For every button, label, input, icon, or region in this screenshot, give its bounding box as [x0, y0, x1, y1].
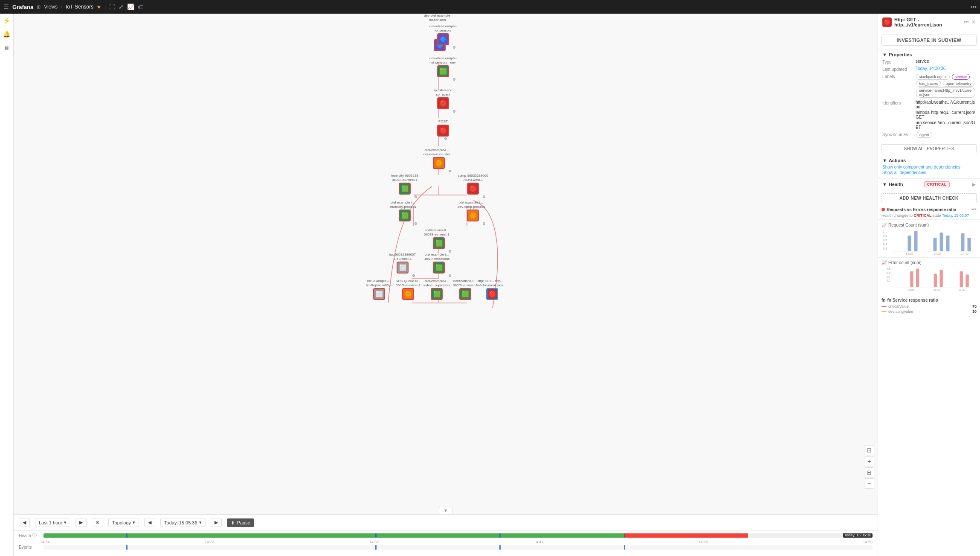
chevron-icon: ▼ [882, 52, 887, 57]
filter-icon[interactable]: ⚡ [3, 17, 10, 24]
add-health-check-btn[interactable]: ADD NEW HEALTH CHECK [881, 193, 977, 203]
prop-updated-val[interactable]: Today, 14:30:36 [916, 66, 976, 71]
left-sidebar: ⚡ 🔔 🖥 [0, 14, 14, 556]
current-time-selector[interactable]: Today, 15:05:36 ▾ [160, 518, 205, 527]
more-icon[interactable]: ••• [971, 4, 977, 10]
svg-text:14:28: 14:28 [934, 252, 941, 255]
svg-rect-25 [946, 236, 950, 251]
svg-text:0.6: 0.6 [887, 271, 890, 274]
topology-canvas[interactable]: dev-otel-example-iot-sensors 🔷 dev-otel-… [14, 14, 878, 514]
nav-views[interactable]: Views [44, 4, 58, 10]
zoom-btn-bottom[interactable]: ⊙ [92, 518, 103, 527]
panel-header-icons: ••• ✕ [963, 19, 976, 25]
service-ratio-section: fn fn Service response ratio criticalVal… [878, 295, 980, 317]
prop-sync-val: Agent [916, 132, 932, 138]
prev-time-btn[interactable]: ◀ [144, 518, 155, 527]
node-temp-process[interactable]: otel-example-i...-dev-temp-process 🟠 [467, 201, 501, 221]
svg-rect-41 [966, 274, 968, 287]
node-humidity-process[interactable]: otel-example-i...-humidity-process 🟩 [399, 201, 433, 221]
right-panel-title: 🔴 Http: GET - http.../v1/current.json [882, 17, 963, 27]
star-icon[interactable]: ★ [97, 4, 101, 10]
investigate-btn[interactable]: INVESTIGATE IN SUBVIEW [881, 35, 977, 46]
actions-section-header[interactable]: ▼ Actions [882, 158, 976, 163]
pause-icon: ⏸ [231, 520, 235, 525]
grid-nav-icon[interactable]: ⊞ [37, 4, 41, 10]
canvas-area: 📌 ⚡ ⚡ ⬡ ☰ [14, 14, 878, 556]
main-layout: ⚡ 🔔 🖥 📌 ⚡ ⚡ ⬡ ☰ [0, 14, 980, 556]
bell-icon[interactable]: 🔔 [3, 31, 10, 38]
properties-section-header[interactable]: ▼ Properties [882, 52, 976, 57]
svg-text:14:05: 14:05 [908, 288, 915, 291]
tag-service-name: service-name:Http_.m/v1/current.json [916, 87, 975, 98]
zoom-out-btn[interactable]: − [864, 478, 874, 489]
node-notifications[interactable]: notifications-9...06078-eu-west-1 🟩 [433, 228, 467, 249]
tag-icon[interactable]: 🏷 [138, 3, 144, 10]
zoom-fit-btn[interactable]: ⊡ [864, 445, 874, 455]
svg-rect-38 [934, 274, 937, 287]
expand-icon[interactable]: ⤢ [119, 3, 124, 10]
identifier-3: urn:service:/am...current.json/GET [916, 120, 976, 130]
error-count-container: 0.8 0.6 0.4 0.2 14:05 14:28 14 [881, 267, 977, 292]
health-changed-time[interactable]: Today, 15:03:07 [942, 213, 969, 218]
right-panel-header: 🔴 Http: GET - http.../v1/current.json ••… [878, 14, 980, 31]
next-btn[interactable]: ▶ [75, 518, 87, 527]
expand-health-icon[interactable]: ▶ [972, 182, 976, 187]
error-count-chart: 📈 Error count (sum) 0.8 0.6 0.4 0.2 [878, 257, 980, 295]
zoom-fit2-btn[interactable]: ⊟ [864, 467, 874, 477]
prev-btn[interactable]: ◀ [19, 518, 30, 527]
properties-section: ▼ Properties Type service Last updated T… [878, 49, 980, 143]
time-range-label: Last 1 hour [39, 520, 62, 525]
chevron-down[interactable]: ▼ [439, 507, 452, 514]
health-check-item: Requests vs Errors response ratio ••• He… [878, 205, 980, 220]
show-all-deps-link[interactable]: Show all dependencies [882, 170, 976, 175]
svg-text:14:47: 14:47 [959, 288, 966, 291]
prop-labels-val: stackpack.agent service has_traces open-… [916, 73, 976, 98]
health-section-header[interactable]: ▼ Health CRITICAL ▶ [882, 181, 976, 187]
svg-rect-40 [960, 271, 963, 287]
critical-value: 70 [972, 304, 977, 309]
prop-identifiers-val: http://api.weathe.../v1/current.json lam… [916, 100, 976, 130]
events-timeline-bar[interactable] [43, 545, 873, 550]
health-check-more-icon[interactable]: ••• [971, 207, 977, 213]
nav-current-view[interactable]: IoT-Sensors [66, 4, 93, 10]
svg-text:0.8: 0.8 [887, 267, 890, 270]
svg-rect-39 [939, 270, 942, 287]
node-publish-sensor[interactable]: /publish-sonsor-event 🔴 [437, 88, 471, 109]
node-http-get-selected[interactable]: Http: GET - http...m/v1/current.json 🔴 [486, 279, 520, 300]
next-time-btn[interactable]: ▶ [211, 518, 222, 527]
topology-btn[interactable]: Topology ▾ [108, 518, 139, 527]
show-all-properties-btn[interactable]: SHOW ALL PROPERTIES [881, 144, 977, 153]
chevron-down-icon2: ▾ [133, 520, 135, 525]
svg-text:14:28: 14:28 [933, 288, 940, 291]
structure-icon[interactable]: ⛶ [109, 3, 115, 10]
health-timeline-bar[interactable]: Today, 15:05:36 [43, 533, 873, 538]
chevron-down-icon: ▾ [64, 520, 67, 525]
time-range-selector[interactable]: Last 1 hour ▾ [35, 518, 70, 527]
chevron-down-icon3: ▾ [199, 520, 202, 525]
chevron-health-icon: ▼ [882, 182, 887, 187]
node-dev-notifications[interactable]: otel example-i...-dev-notifications 🟩 [433, 253, 467, 274]
node-comp[interactable]: comp-9653323806078-eu-west-1 🔴 [467, 174, 501, 195]
monitor-icon[interactable]: 🖥 [4, 44, 10, 51]
hamburger-icon[interactable]: ☰ [3, 3, 9, 10]
panel-icon-badge: 🔴 [882, 17, 892, 27]
status-dot-red [881, 208, 885, 211]
nav-sep: / [61, 4, 62, 10]
more-options-icon[interactable]: ••• [963, 19, 969, 25]
bottom-bar: ◀ Last 1 hour ▾ ▶ ⊙ Topology ▾ ◀ Today, … [14, 514, 878, 530]
pause-btn[interactable]: ⏸ Pause [227, 518, 254, 527]
chart-icon[interactable]: 📈 [127, 3, 134, 10]
close-icon[interactable]: ✕ [971, 19, 976, 25]
properties-section-title: ▼ Properties [882, 52, 912, 57]
node-humidity[interactable]: humidity-965323806078-eu-west-1 🟩 [399, 174, 433, 195]
tag-has-traces: has_traces [916, 81, 941, 87]
show-component-link[interactable]: Show only component and dependencies [882, 165, 976, 169]
node-iot-sensors[interactable]: dev-otel-example-iot-sensors 🔷 [437, 24, 471, 45]
node-otel-controller[interactable]: otel-example-i...ora-dev-controller 🟠 [433, 148, 467, 169]
node-post[interactable]: POST 🔴 [437, 119, 454, 137]
zoom-in-btn[interactable]: + [864, 456, 874, 466]
actions-section: ▼ Actions Show only component and depend… [878, 155, 980, 178]
health-changed-text: Health changed to CRITICAL state Today, … [881, 213, 977, 218]
timeline-ticks: 14:14 14:23 14:32 14:41 14:50 14:59 [19, 540, 873, 544]
node-iot-sensors-dev[interactable]: dev-otel-example-iot-sensors - dev 🟩 [437, 56, 471, 77]
